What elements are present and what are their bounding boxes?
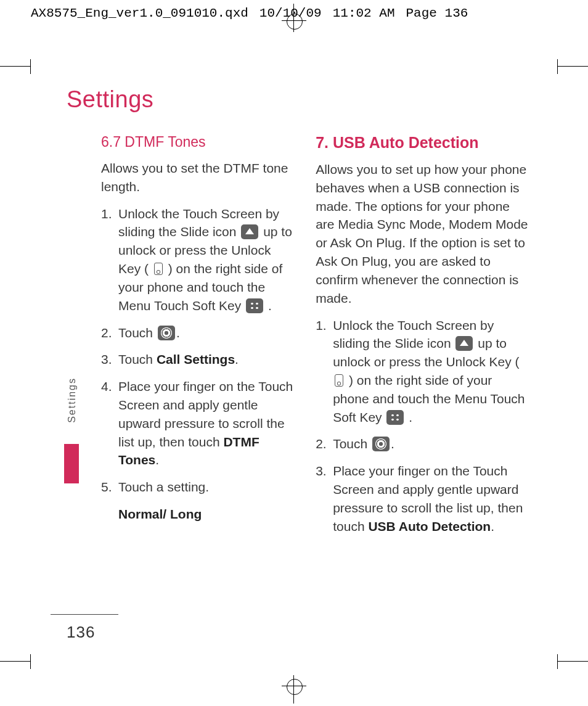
step-number: 2. bbox=[101, 324, 118, 342]
columns: 6.7 DTMF Tones Allows you to set the DTM… bbox=[67, 134, 529, 544]
menu-grid-icon bbox=[386, 410, 404, 425]
step-body: Touch a setting. bbox=[118, 478, 295, 496]
step-number: 3. bbox=[316, 462, 333, 535]
step-body: Touch . bbox=[118, 324, 295, 342]
page-number: 136 bbox=[67, 623, 95, 642]
page-footer-rule bbox=[51, 614, 118, 615]
column-right: 7. USB Auto Detection Allows you to set … bbox=[316, 134, 529, 544]
crop-mark-bottom-center-icon bbox=[282, 678, 306, 702]
step-number: 1. bbox=[101, 205, 118, 315]
crop-mark-mid-right-icon bbox=[551, 59, 588, 74]
usb-step-2: 2. Touch . bbox=[316, 435, 529, 453]
section-heading-usb: 7. USB Auto Detection bbox=[316, 134, 529, 152]
usb-intro: Allows you to set up how your phone beha… bbox=[316, 160, 529, 308]
dtmf-step-2: 2. Touch . bbox=[101, 324, 295, 342]
crop-mark-mid-left-icon bbox=[0, 59, 37, 74]
slide-up-icon bbox=[241, 224, 258, 239]
unlock-key-icon bbox=[335, 374, 343, 387]
step-body: Touch . bbox=[333, 435, 529, 453]
usb-step-1: 1. Unlock the Touch Screen by sliding th… bbox=[316, 316, 529, 427]
step-number: 3. bbox=[101, 350, 118, 369]
page-content: Settings 6.7 DTMF Tones Allows you to se… bbox=[67, 86, 529, 544]
unlock-key-icon bbox=[154, 263, 163, 275]
step-body: Place your finger on the Touch Screen an… bbox=[118, 377, 295, 469]
column-left: 6.7 DTMF Tones Allows you to set the DTM… bbox=[101, 134, 295, 544]
dtmf-step-3: 3. Touch Call Settings. bbox=[101, 350, 295, 369]
step-number: 4. bbox=[101, 377, 118, 469]
step-body: Unlock the Touch Screen by sliding the S… bbox=[333, 316, 529, 427]
section-heading-dtmf: 6.7 DTMF Tones bbox=[101, 134, 295, 150]
crop-mark-bottom-left-icon bbox=[0, 654, 37, 669]
step-number: 5. bbox=[101, 478, 118, 496]
slide-up-icon bbox=[455, 336, 473, 351]
step-body: Touch Call Settings. bbox=[118, 350, 295, 369]
settings-gear-icon bbox=[372, 437, 390, 451]
crop-mark-top-center-icon bbox=[282, 4, 306, 28]
slug-file: AX8575_Eng_ver1.0_091010.qxd bbox=[31, 6, 248, 20]
slug-page: Page 136 bbox=[406, 6, 468, 20]
step-body: Place your finger on the Touch Screen an… bbox=[333, 462, 529, 535]
dtmf-step-5: 5. Touch a setting. bbox=[101, 478, 295, 496]
dtmf-step-4: 4. Place your finger on the Touch Screen… bbox=[101, 377, 295, 469]
dtmf-step-5-options: Normal/ Long bbox=[118, 505, 295, 523]
step-body: Unlock the Touch Screen by sliding the S… bbox=[118, 205, 295, 315]
crop-mark-bottom-right-icon bbox=[551, 654, 588, 669]
step-number: 2. bbox=[316, 435, 333, 453]
menu-grid-icon bbox=[246, 298, 263, 313]
usb-step-3: 3. Place your finger on the Touch Screen… bbox=[316, 462, 529, 535]
slug-time: 11:02 AM bbox=[333, 6, 395, 20]
side-tab-label: Settings bbox=[67, 377, 78, 423]
chapter-title: Settings bbox=[67, 86, 529, 113]
settings-gear-icon bbox=[158, 326, 175, 340]
dtmf-intro: Allows you to set the DTMF tone length. bbox=[101, 159, 295, 196]
side-tab-block bbox=[64, 444, 79, 483]
dtmf-step-1: 1. Unlock the Touch Screen by sliding th… bbox=[101, 205, 295, 315]
step-number: 1. bbox=[316, 316, 333, 427]
